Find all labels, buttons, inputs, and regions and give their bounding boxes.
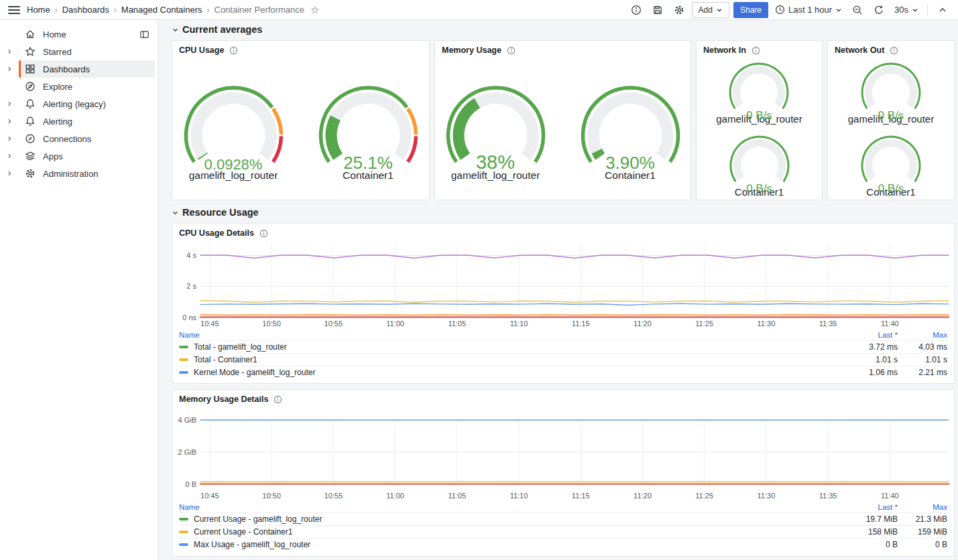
legend-header-last[interactable]: Last * [848, 331, 898, 339]
collapse-topbar-chevron-up-icon[interactable] [934, 2, 951, 18]
cpu-timeseries-plot[interactable]: 10:4510:5010:5511:0011:0511:1011:1511:20… [172, 238, 954, 330]
legend-header-name[interactable]: Name [179, 331, 848, 339]
panel-title[interactable]: Network Out [835, 46, 884, 55]
series-swatch [179, 518, 188, 520]
legend-last-value: 19.7 MiB [848, 514, 898, 524]
sidebar-item-dashboards[interactable]: Dashboards [0, 60, 158, 78]
legend-series-toggle[interactable]: Total - Container1 [179, 355, 848, 364]
svg-text:11:40: 11:40 [881, 320, 899, 328]
section-current-averages[interactable]: Current averages [172, 23, 955, 36]
chevron-down-icon [835, 7, 842, 13]
info-icon[interactable] [229, 46, 238, 55]
breadcrumb-current-dashboard: Container Performance [215, 5, 304, 15]
gauge-value: 3.90% [572, 153, 689, 173]
breadcrumb: Home › Dashboards › Managed Containers ›… [27, 5, 319, 15]
svg-text:11:25: 11:25 [695, 492, 713, 500]
svg-text:11:05: 11:05 [448, 492, 466, 500]
legend-header-last[interactable]: Last * [848, 503, 898, 511]
sidebar-item-starred[interactable]: Starred [0, 43, 158, 60]
memory-timeseries-plot[interactable]: 10:4510:5010:5511:0011:0511:1011:1511:20… [172, 404, 954, 502]
legend-series-toggle[interactable]: Current Usage - Container1 [179, 527, 848, 537]
breadcrumb-separator: › [55, 5, 58, 15]
layers-icon [25, 151, 36, 161]
legend-row: Kernel Mode - gamelift_log_router 1.06 m… [179, 366, 947, 378]
legend-series-toggle[interactable]: Current Usage - gamelift_log_router [179, 514, 848, 524]
dashboard-settings-gear-icon[interactable] [670, 2, 688, 18]
svg-text:10:45: 10:45 [200, 320, 219, 328]
sidebar-item-apps[interactable]: Apps [0, 147, 158, 165]
gauge-value: 0 B/s [851, 182, 931, 196]
legend-header-max[interactable]: Max [898, 331, 947, 339]
menu-icon[interactable] [8, 6, 20, 14]
save-dashboard-icon[interactable] [649, 2, 666, 18]
gear-icon [25, 168, 36, 179]
dock-menu-icon[interactable] [139, 29, 149, 40]
sidebar: Home Starred Dashboards Explore [0, 20, 158, 560]
info-icon[interactable] [890, 46, 898, 55]
star-icon [25, 46, 36, 57]
refresh-icon[interactable] [870, 2, 888, 18]
dashboard-canvas: Current averages CPU Usage 0.0928% gamel… [158, 20, 958, 560]
legend-last-value: 0 B [848, 540, 898, 549]
breadcrumb-home[interactable]: Home [27, 5, 50, 15]
zoom-out-time-icon[interactable] [849, 2, 866, 18]
legend-series-toggle[interactable]: Total - gamelift_log_router [179, 342, 848, 352]
legend-last-value: 1.06 ms [848, 368, 898, 377]
add-button[interactable]: Add [692, 2, 729, 18]
info-icon[interactable] [752, 46, 760, 55]
gauge-value: 25.1% [310, 153, 427, 173]
legend-series-toggle[interactable]: Max Usage - gamelift_log_router [179, 540, 848, 549]
panel-memory-usage: Memory Usage 38% gamelift_log_router 3.9… [434, 40, 691, 200]
breadcrumb-dashboards[interactable]: Dashboards [62, 5, 109, 15]
sidebar-item-alerting[interactable]: Alerting [0, 113, 158, 130]
gauge-value: 38% [437, 151, 554, 173]
info-icon[interactable] [274, 395, 282, 404]
svg-text:11:35: 11:35 [819, 320, 837, 328]
chevron-down-icon [172, 26, 179, 33]
legend-last-value: 158 MiB [848, 527, 898, 537]
chevron-right-icon [0, 135, 19, 142]
share-button[interactable]: Share [733, 2, 768, 18]
svg-text:11:35: 11:35 [819, 492, 837, 500]
svg-text:11:20: 11:20 [634, 492, 652, 500]
svg-text:11:40: 11:40 [881, 492, 899, 500]
time-range-picker[interactable]: Last 1 hour [772, 2, 845, 18]
svg-text:11:15: 11:15 [572, 492, 590, 500]
legend-row: Max Usage - gamelift_log_router 0 B 0 B [179, 538, 947, 551]
svg-text:11:10: 11:10 [510, 492, 528, 500]
panel-title[interactable]: CPU Usage Details [179, 228, 254, 238]
series-swatch [179, 531, 188, 533]
gauge-value: 0 B/s [848, 109, 934, 123]
legend-header-name[interactable]: Name [179, 503, 848, 511]
panel-title[interactable]: Memory Usage Details [179, 395, 268, 404]
svg-text:10:55: 10:55 [324, 320, 343, 328]
legend-max-value: 4.03 ms [898, 342, 947, 352]
series-swatch [179, 358, 188, 361]
refresh-interval-picker[interactable]: 30s [892, 2, 921, 18]
legend-max-value: 21.3 MiB [898, 514, 947, 524]
breadcrumb-folder[interactable]: Managed Containers [121, 5, 202, 15]
favorite-star-icon[interactable]: ☆ [310, 5, 319, 15]
svg-text:11:15: 11:15 [572, 320, 590, 328]
sidebar-item-explore[interactable]: Explore [0, 78, 158, 95]
panel-title[interactable]: CPU Usage [179, 46, 224, 55]
panel-title[interactable]: Network In [703, 46, 746, 55]
legend-header-max[interactable]: Max [898, 503, 947, 511]
sidebar-item-administration[interactable]: Administration [0, 165, 158, 182]
svg-text:4 GiB: 4 GiB [178, 416, 196, 424]
sidebar-item-alerting-legacy[interactable]: Alerting (legacy) [0, 95, 158, 113]
svg-text:10:45: 10:45 [200, 492, 219, 500]
legend-row: Current Usage - Container1 158 MiB 159 M… [179, 525, 947, 538]
chevron-down-icon [172, 209, 179, 216]
connections-plug-icon [25, 133, 36, 144]
info-icon[interactable] [507, 46, 516, 55]
dashboard-info-icon[interactable] [627, 2, 645, 18]
bell-icon [25, 98, 36, 109]
svg-text:0 B: 0 B [185, 480, 196, 488]
legend-series-toggle[interactable]: Kernel Mode - gamelift_log_router [179, 368, 848, 377]
panel-title[interactable]: Memory Usage [442, 46, 501, 55]
section-resource-usage[interactable]: Resource Usage [172, 206, 955, 219]
sidebar-item-connections[interactable]: Connections [0, 130, 158, 147]
sidebar-item-home[interactable]: Home [0, 25, 158, 43]
info-icon[interactable] [259, 229, 268, 238]
